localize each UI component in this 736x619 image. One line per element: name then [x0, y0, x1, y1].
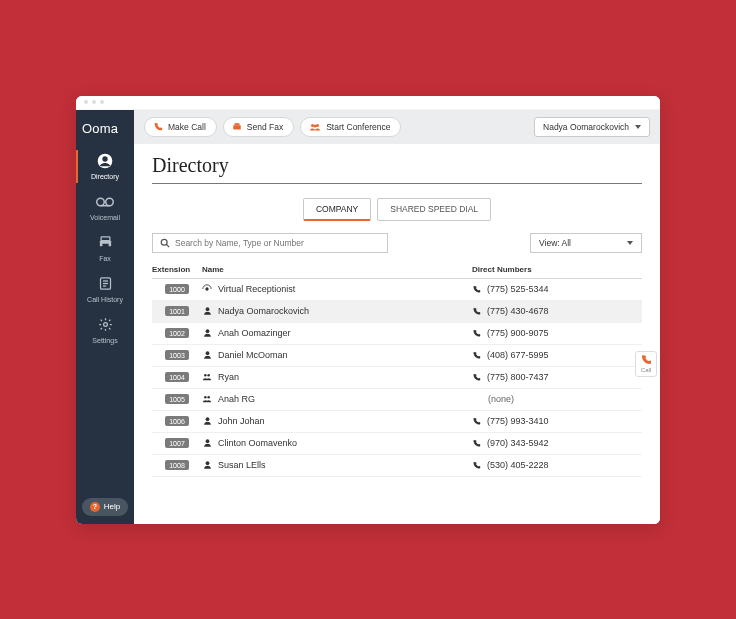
- cell-number: (775) 993-3410: [472, 416, 642, 426]
- spacer: [76, 351, 134, 498]
- cell-name: Anah Oomazinger: [202, 328, 472, 338]
- sidebar-item-fax[interactable]: Fax: [76, 228, 134, 269]
- sidebar-item-label: Voicemail: [90, 214, 120, 221]
- table-row[interactable]: 1007Clinton Oomavenko(970) 343-5942: [152, 433, 642, 455]
- table-row[interactable]: 1000Virtual Receptionist(775) 525-5344: [152, 279, 642, 301]
- table-row[interactable]: 1008Susan LElls(530) 405-2228: [152, 455, 642, 477]
- browser-window: Ooma Directory Voicemail: [76, 96, 660, 524]
- tab-company[interactable]: COMPANY: [303, 198, 371, 221]
- help-button[interactable]: ? Help: [82, 498, 128, 516]
- call-slideout-button[interactable]: Call: [635, 351, 657, 377]
- phone-number: (775) 800-7437: [487, 372, 549, 382]
- entry-type-icon: [202, 328, 212, 338]
- cell-number: (970) 343-5942: [472, 438, 642, 448]
- brand-logo: Ooma: [76, 110, 134, 146]
- cell-number: (530) 405-2228: [472, 460, 642, 470]
- svg-point-1: [102, 156, 107, 161]
- user-circle-icon: [96, 152, 114, 170]
- col-name: Name: [202, 265, 472, 274]
- window-dot: [100, 100, 104, 104]
- phone-icon: [472, 439, 481, 448]
- filter-row: View: All: [152, 233, 642, 253]
- entry-name: Susan LElls: [218, 460, 266, 470]
- search-box[interactable]: [152, 233, 388, 253]
- col-direct-numbers: Direct Numbers: [472, 265, 642, 274]
- search-input[interactable]: [175, 238, 380, 248]
- make-call-button[interactable]: Make Call: [144, 117, 217, 137]
- people-icon: [309, 122, 321, 132]
- sidebar-item-label: Fax: [99, 255, 111, 262]
- view-dropdown-label: View: All: [539, 238, 571, 248]
- svg-point-27: [207, 396, 210, 399]
- cell-extension: 1005: [152, 394, 202, 404]
- table-row[interactable]: 1006John Johan(775) 993-3410: [152, 411, 642, 433]
- sidebar-item-settings[interactable]: Settings: [76, 310, 134, 351]
- sidebar: Ooma Directory Voicemail: [76, 110, 134, 524]
- extension-badge: 1007: [165, 438, 189, 448]
- tab-shared-speed-dial[interactable]: SHARED SPEED DIAL: [377, 198, 491, 221]
- sidebar-item-label: Directory: [91, 173, 119, 180]
- window-dot: [84, 100, 88, 104]
- phone-number: (775) 900-9075: [487, 328, 549, 338]
- phone-icon: [472, 461, 481, 470]
- call-slideout-label: Call: [641, 367, 651, 373]
- user-dropdown[interactable]: Nadya Oomarockovich: [534, 117, 650, 137]
- svg-rect-7: [102, 244, 108, 248]
- cell-number: (none): [472, 394, 642, 404]
- cell-extension: 1000: [152, 284, 202, 294]
- table-row[interactable]: 1003Daniel McOoman(408) 677-5995: [152, 345, 642, 367]
- svg-rect-14: [234, 123, 239, 125]
- svg-rect-5: [101, 237, 110, 241]
- phone-icon: [472, 285, 481, 294]
- fax-icon: [232, 122, 242, 132]
- sidebar-item-call-history[interactable]: Call History: [76, 269, 134, 310]
- extension-badge: 1001: [165, 306, 189, 316]
- entry-name: Daniel McOoman: [218, 350, 288, 360]
- svg-point-12: [103, 323, 107, 327]
- search-icon: [160, 238, 170, 248]
- svg-point-23: [205, 351, 209, 355]
- svg-line-19: [166, 244, 169, 247]
- cell-name: Anah RG: [202, 394, 472, 404]
- app-root: Ooma Directory Voicemail: [76, 110, 660, 524]
- cell-name: Susan LElls: [202, 460, 472, 470]
- sidebar-item-voicemail[interactable]: Voicemail: [76, 187, 134, 228]
- cell-number: (775) 900-9075: [472, 328, 642, 338]
- user-dropdown-label: Nadya Oomarockovich: [543, 122, 629, 132]
- phone-number: (775) 525-5344: [487, 284, 549, 294]
- cell-extension: 1003: [152, 350, 202, 360]
- phone-icon: [472, 329, 481, 338]
- button-label: Start Conference: [326, 122, 390, 132]
- entry-type-icon: [202, 438, 212, 448]
- toolbar: Make Call Send Fax Start Conference N: [134, 110, 660, 144]
- table-row[interactable]: 1002Anah Oomazinger(775) 900-9075: [152, 323, 642, 345]
- table-row[interactable]: 1004Ryan(775) 800-7437: [152, 367, 642, 389]
- browser-chrome: [76, 96, 660, 110]
- start-conference-button[interactable]: Start Conference: [300, 117, 401, 137]
- phone-number: (775) 993-3410: [487, 416, 549, 426]
- svg-point-20: [205, 287, 208, 290]
- main-panel: Make Call Send Fax Start Conference N: [134, 110, 660, 524]
- table-row[interactable]: 1001Nadya Oomarockovich(775) 430-4678: [152, 301, 642, 323]
- help-icon: ?: [90, 502, 100, 512]
- cell-number: (775) 430-4678: [472, 306, 642, 316]
- sidebar-item-directory[interactable]: Directory: [76, 146, 134, 187]
- cell-extension: 1008: [152, 460, 202, 470]
- svg-point-18: [161, 239, 167, 245]
- cell-name: Nadya Oomarockovich: [202, 306, 472, 316]
- svg-point-29: [205, 439, 209, 443]
- view-dropdown[interactable]: View: All: [530, 233, 642, 253]
- col-extension: Extension: [152, 265, 202, 274]
- entry-type-icon: [202, 350, 212, 360]
- svg-point-26: [204, 396, 207, 399]
- entry-name: Virtual Receptionist: [218, 284, 295, 294]
- table-body: 1000Virtual Receptionist(775) 525-534410…: [152, 279, 642, 477]
- svg-point-28: [205, 417, 209, 421]
- extension-badge: 1003: [165, 350, 189, 360]
- svg-point-2: [97, 198, 105, 206]
- entry-type-icon: [202, 460, 212, 470]
- entry-name: Clinton Oomavenko: [218, 438, 297, 448]
- table-row[interactable]: 1005Anah RG(none): [152, 389, 642, 411]
- entry-type-icon: [202, 372, 212, 382]
- send-fax-button[interactable]: Send Fax: [223, 117, 294, 137]
